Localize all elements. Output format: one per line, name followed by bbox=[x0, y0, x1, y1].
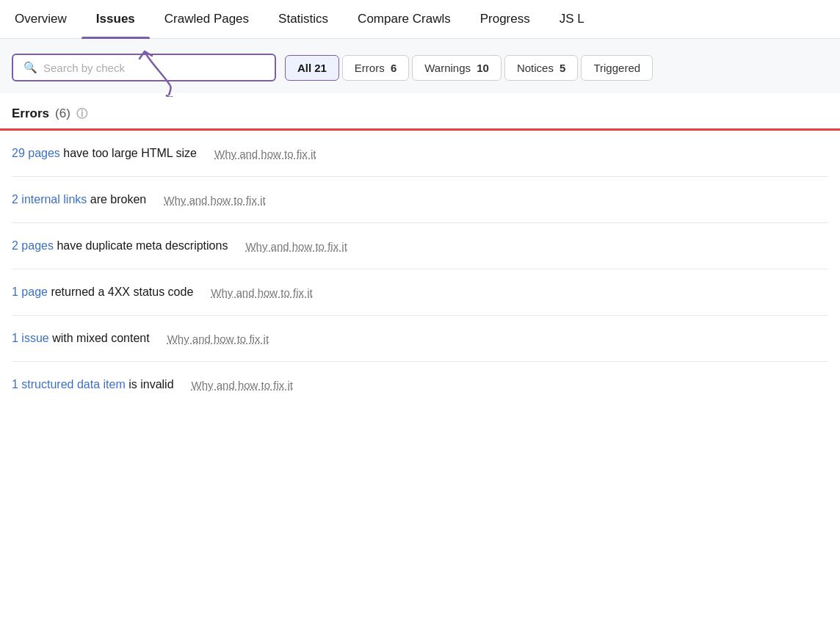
filter-notices[interactable]: Notices 5 bbox=[504, 55, 579, 81]
issue-link-3[interactable]: 1 page bbox=[12, 286, 48, 298]
nav-statistics[interactable]: Statistics bbox=[264, 0, 343, 38]
fix-link-5[interactable]: Why and how to fix it bbox=[192, 379, 293, 391]
issue-link-0[interactable]: 29 pages bbox=[12, 147, 60, 159]
issue-link-5[interactable]: 1 structured data item bbox=[12, 378, 126, 391]
errors-section: Errors (6) ⓘ 29 pages have too large HTM… bbox=[0, 93, 840, 407]
nav-issues[interactable]: Issues bbox=[82, 0, 150, 38]
issue-row: 2 pages have duplicate meta descriptions… bbox=[12, 223, 828, 269]
issue-text-2: have duplicate meta descriptions bbox=[54, 239, 228, 252]
main-nav: Overview Issues Crawled Pages Statistics… bbox=[0, 0, 840, 39]
errors-section-header: Errors (6) ⓘ bbox=[12, 93, 828, 128]
nav-overview[interactable]: Overview bbox=[0, 0, 82, 38]
filter-group: All21 Errors 6 Warnings 10 Notices 5 Tri… bbox=[285, 55, 653, 81]
issue-row: 1 structured data item is invalid Why an… bbox=[12, 362, 828, 407]
fix-link-2[interactable]: Why and how to fix it bbox=[245, 240, 347, 253]
errors-title: Errors bbox=[12, 106, 49, 121]
search-icon: 🔍 bbox=[23, 61, 37, 74]
issue-content-1: 2 internal links are broken bbox=[12, 193, 146, 206]
issue-row: 1 page returned a 4XX status code Why an… bbox=[12, 269, 828, 316]
issue-link-1[interactable]: 2 internal links bbox=[12, 193, 87, 206]
issues-list: 29 pages have too large HTML size Why an… bbox=[12, 131, 828, 407]
issue-row: 29 pages have too large HTML size Why an… bbox=[12, 131, 828, 177]
fix-link-1[interactable]: Why and how to fix it bbox=[164, 194, 265, 206]
nav-progress[interactable]: Progress bbox=[466, 0, 545, 38]
fix-link-3[interactable]: Why and how to fix it bbox=[211, 286, 312, 299]
info-icon[interactable]: ⓘ bbox=[76, 107, 87, 121]
issue-text-4: with mixed content bbox=[49, 332, 150, 344]
search-box[interactable]: 🔍 bbox=[12, 54, 276, 81]
issue-content-0: 29 pages have too large HTML size bbox=[12, 147, 197, 160]
nav-js[interactable]: JS L bbox=[545, 0, 599, 38]
issue-row: 2 internal links are broken Why and how … bbox=[12, 177, 828, 223]
fix-link-4[interactable]: Why and how to fix it bbox=[167, 333, 269, 345]
issue-link-2[interactable]: 2 pages bbox=[12, 239, 54, 252]
filter-triggered[interactable]: Triggered bbox=[581, 55, 653, 81]
filter-all[interactable]: All21 bbox=[285, 55, 339, 81]
nav-crawled-pages[interactable]: Crawled Pages bbox=[150, 0, 264, 38]
issue-content-2: 2 pages have duplicate meta descriptions bbox=[12, 239, 228, 253]
issue-row: 1 issue with mixed content Why and how t… bbox=[12, 316, 828, 362]
filter-errors[interactable]: Errors 6 bbox=[342, 55, 409, 81]
filter-warnings[interactable]: Warnings 10 bbox=[412, 55, 502, 81]
fix-link-0[interactable]: Why and how to fix it bbox=[214, 148, 316, 160]
issue-text-0: have too large HTML size bbox=[60, 147, 197, 159]
issue-content-3: 1 page returned a 4XX status code bbox=[12, 286, 193, 299]
issue-content-5: 1 structured data item is invalid bbox=[12, 378, 174, 391]
issue-link-4[interactable]: 1 issue bbox=[12, 332, 49, 344]
search-input[interactable] bbox=[43, 62, 264, 74]
issue-text-1: are broken bbox=[87, 193, 146, 206]
errors-count: (6) bbox=[55, 106, 70, 121]
issue-text-5: is invalid bbox=[126, 378, 174, 391]
toolbar: 🔍 All21 Errors 6 Warnings 10 Notices 5 T… bbox=[0, 39, 840, 93]
nav-compare-crawls[interactable]: Compare Crawls bbox=[343, 0, 466, 38]
issue-content-4: 1 issue with mixed content bbox=[12, 332, 150, 345]
issue-text-3: returned a 4XX status code bbox=[48, 286, 193, 298]
